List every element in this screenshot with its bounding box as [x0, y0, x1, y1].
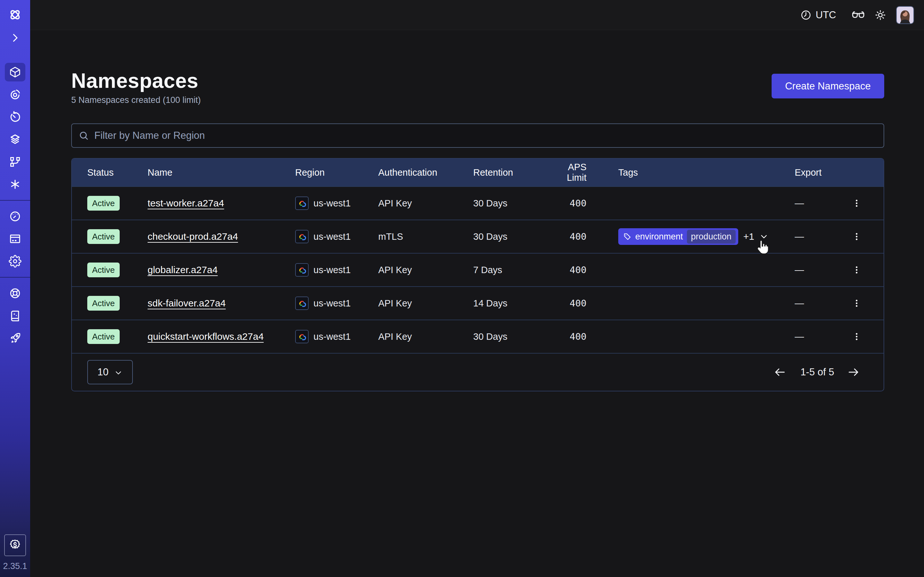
google-cloud-icon [295, 263, 309, 277]
row-actions-menu-button[interactable] [849, 295, 864, 311]
tags-more-count: +1 [743, 231, 754, 242]
table-header-row: StatusNameRegionAuthenticationRetentionA… [72, 159, 884, 186]
reader-mode-button[interactable] [851, 8, 866, 23]
sidebar-item-docs[interactable] [0, 305, 30, 327]
timezone-switcher[interactable]: UTC [800, 9, 836, 21]
layers-icon [9, 133, 21, 146]
iris-icon [9, 88, 21, 101]
sidebar: 2.35.1 [0, 0, 30, 577]
table-row: Active quickstart-workflows.a27a4 us-wes… [72, 319, 884, 353]
row-actions-menu-button[interactable] [849, 262, 864, 277]
kebab-icon [852, 198, 861, 208]
next-page-button[interactable] [847, 365, 861, 379]
sidebar-divider [0, 277, 30, 277]
sidebar-item-settings[interactable] [0, 250, 30, 272]
region-label: us-west1 [313, 198, 351, 209]
page-title: Namespaces [71, 69, 201, 93]
google-cloud-icon [295, 330, 309, 343]
sidebar-divider [0, 200, 30, 201]
gauge-icon [9, 210, 21, 223]
aps-limit-value: 400 [546, 231, 586, 242]
sidebar-item-asterisk[interactable] [0, 173, 30, 195]
status-badge: Active [87, 229, 120, 244]
authentication-value: API Key [378, 265, 473, 276]
row-actions-menu-button[interactable] [849, 195, 864, 211]
previous-page-button[interactable] [774, 365, 788, 379]
retention-value: 30 Days [473, 231, 546, 242]
namespace-link[interactable]: checkout-prod.a27a4 [148, 231, 238, 242]
column-header-region: Region [295, 167, 378, 178]
row-actions-menu-button[interactable] [849, 229, 864, 244]
retention-value: 14 Days [473, 298, 546, 309]
glasses-icon [851, 8, 866, 23]
sidebar-item-billing[interactable] [0, 227, 30, 250]
aps-limit-value: 400 [546, 331, 586, 342]
namespace-link[interactable]: sdk-failover.a27a4 [148, 298, 226, 308]
tag-pill[interactable]: environmentproduction [618, 228, 738, 245]
kebab-icon [852, 265, 861, 275]
column-header-status: Status [87, 167, 148, 178]
tags-cell: environmentproduction+1 [586, 228, 791, 245]
column-header-aps-limit: APS Limit [546, 162, 586, 183]
table-row: Active globalizer.a27a4 us-west1 API Key… [72, 253, 884, 286]
tags-expand-chevron-icon[interactable] [759, 232, 768, 241]
theme-toggle-button[interactable] [874, 9, 887, 21]
cube-icon [9, 66, 21, 79]
rocket-icon [9, 332, 21, 345]
sidebar-item-namespaces[interactable] [0, 61, 30, 83]
export-value: — [791, 198, 842, 209]
export-value: — [791, 265, 842, 276]
sidebar-item-iris[interactable] [0, 83, 30, 106]
export-value: — [791, 298, 842, 309]
table-footer: 10 1-5 of 5 [72, 353, 884, 391]
namespace-link[interactable]: globalizer.a27a4 [148, 264, 218, 275]
clock-icon [800, 9, 812, 21]
dollar-badge-icon [8, 538, 22, 552]
table-row: Active sdk-failover.a27a4 us-west1 API K… [72, 286, 884, 319]
user-avatar[interactable] [896, 6, 914, 24]
column-header-export: Export [791, 167, 842, 178]
tag-key: environment [635, 232, 683, 242]
temporal-logo-icon [8, 7, 23, 22]
sidebar-item-branch[interactable] [0, 151, 30, 173]
namespace-link[interactable]: test-worker.a27a4 [148, 198, 224, 208]
page-size-select[interactable]: 10 [87, 360, 133, 384]
lifebuoy-icon [9, 287, 21, 300]
aps-limit-value: 400 [546, 298, 586, 309]
kebab-icon [852, 332, 861, 342]
timezone-label: UTC [816, 9, 836, 21]
sidebar-item-expand-sidebar[interactable] [0, 30, 30, 45]
card-icon [9, 232, 21, 245]
arrow-right-icon [847, 366, 861, 379]
topbar: UTC [30, 0, 924, 30]
region-label: us-west1 [313, 332, 351, 342]
column-header-tags: Tags [586, 167, 791, 178]
authentication-value: mTLS [378, 231, 473, 242]
filter-input[interactable] [71, 123, 884, 148]
sun-icon [874, 9, 887, 21]
authentication-value: API Key [378, 198, 473, 209]
sidebar-item-support[interactable] [0, 282, 30, 305]
retention-value: 30 Days [473, 332, 546, 342]
authentication-value: API Key [378, 332, 473, 342]
retention-value: 7 Days [473, 265, 546, 276]
column-header-authentication: Authentication [378, 167, 473, 178]
retention-value: 30 Days [473, 198, 546, 209]
page-size-value: 10 [97, 366, 108, 378]
table-row: Active checkout-prod.a27a4 us-west1 mTLS… [72, 219, 884, 253]
create-namespace-button[interactable]: Create Namespace [772, 74, 884, 98]
sidebar-item-plan[interactable] [4, 534, 26, 556]
google-cloud-icon [295, 297, 309, 310]
page-subtitle: 5 Namespaces created (100 limit) [71, 95, 201, 105]
namespace-link[interactable]: quickstart-workflows.a27a4 [148, 331, 264, 342]
row-actions-menu-button[interactable] [849, 329, 864, 344]
column-header-retention: Retention [473, 167, 546, 178]
google-cloud-icon [295, 197, 309, 210]
column-header-name: Name [148, 167, 295, 178]
tag-icon [623, 232, 632, 241]
sidebar-item-timer[interactable] [0, 106, 30, 128]
sidebar-item-layers[interactable] [0, 128, 30, 151]
sidebar-item-gauge[interactable] [0, 205, 30, 227]
region-label: us-west1 [313, 231, 351, 242]
sidebar-item-getting-started[interactable] [0, 327, 30, 350]
